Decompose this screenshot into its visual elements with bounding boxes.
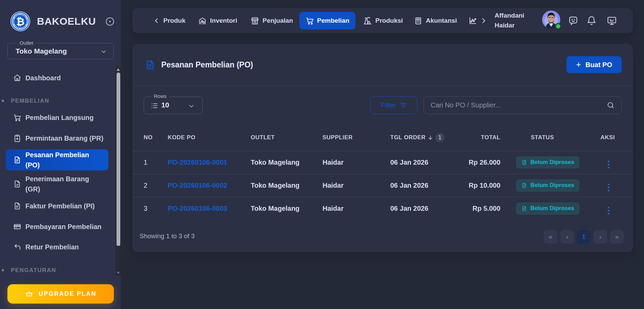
svg-text:₿: ₿ <box>16 16 24 27</box>
